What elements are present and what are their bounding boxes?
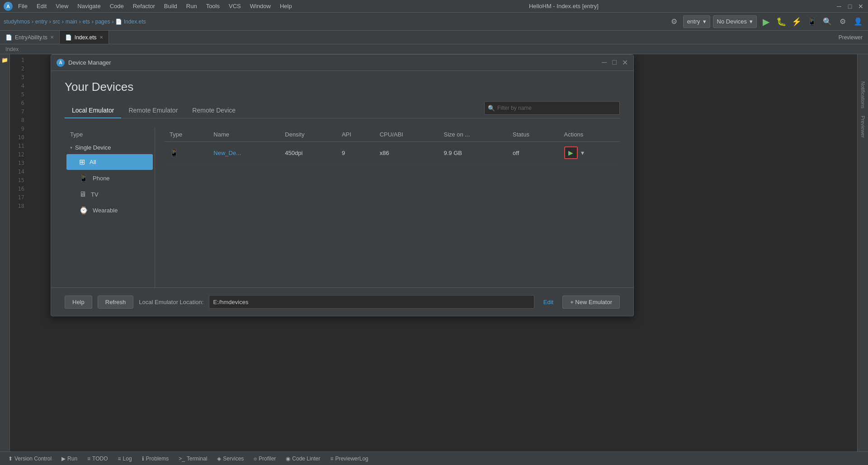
settings-icon[interactable]: ⚙ xyxy=(668,15,680,28)
tab-indexets[interactable]: 📄 Index.ets ✕ xyxy=(60,31,109,44)
type-phone-label: Phone xyxy=(93,175,110,182)
dialog-minimize-button[interactable]: ─ xyxy=(602,58,607,67)
version-control-icon: ⬆ xyxy=(8,456,13,462)
bottom-todo[interactable]: ≡ TODO xyxy=(83,454,112,464)
log-label: Log xyxy=(123,456,132,462)
project-icon[interactable]: 📁 xyxy=(1,56,9,64)
editor-area: 12345 678910 1112131415 161718 A Device … xyxy=(10,54,857,451)
location-path-input[interactable] xyxy=(209,295,534,309)
dialog-expand-button[interactable]: □ xyxy=(612,58,617,67)
previewer-panel-label[interactable]: Previewer xyxy=(860,116,866,138)
col-name: Name xyxy=(208,127,279,142)
menu-refactor[interactable]: Refactor xyxy=(129,2,159,10)
terminal-label: Terminal xyxy=(187,456,207,462)
dialog-close-button[interactable]: ✕ xyxy=(622,58,628,67)
menu-view[interactable]: View xyxy=(52,2,72,10)
breadcrumb-main[interactable]: main xyxy=(66,19,77,25)
refresh-button[interactable]: Refresh xyxy=(98,296,134,309)
type-wearable[interactable]: ⌚ Wearable xyxy=(66,202,153,218)
tab-entryability-label: EntryAbility.ts xyxy=(15,34,47,41)
menu-help[interactable]: Help xyxy=(276,2,296,10)
bottom-run[interactable]: ▶ Run xyxy=(57,454,82,464)
type-phone[interactable]: 📱 Phone xyxy=(66,170,153,186)
todo-label: TODO xyxy=(92,456,108,462)
menu-vcs[interactable]: VCS xyxy=(225,2,245,10)
previewer-tab[interactable]: Previewer xyxy=(833,31,868,44)
help-button[interactable]: Help xyxy=(65,296,92,309)
bottom-previewer-log[interactable]: ≡ PreviewerLog xyxy=(326,454,373,464)
tv-icon: 🖥 xyxy=(79,190,86,198)
bottom-profiler[interactable]: ⌾ Profiler xyxy=(249,454,280,464)
device-manager-icon[interactable]: 📱 xyxy=(806,15,818,28)
device-actions-dropdown[interactable]: ▾ xyxy=(579,147,586,158)
edit-button[interactable]: Edit xyxy=(540,297,557,307)
tab-entryability[interactable]: 📄 EntryAbility.ts ✕ xyxy=(0,31,60,44)
entry-dropdown-arrow: ▾ xyxy=(703,18,706,25)
tab-indexets-close[interactable]: ✕ xyxy=(99,35,103,40)
breadcrumb-entry[interactable]: entry xyxy=(35,19,47,25)
row-api: 9 xyxy=(336,142,374,164)
dialog-heading: Your Devices xyxy=(65,80,620,94)
debug-button[interactable]: 🐛 xyxy=(775,15,788,28)
search-icon[interactable]: 🔍 xyxy=(821,15,834,28)
phone-icon: 📱 xyxy=(79,174,88,183)
bottom-terminal[interactable]: >_ Terminal xyxy=(174,454,212,464)
settings2-icon[interactable]: ⚙ xyxy=(836,15,849,28)
col-status: Status xyxy=(507,127,558,142)
entry-dropdown[interactable]: entry ▾ xyxy=(683,15,710,28)
menu-navigate[interactable]: Navigate xyxy=(74,2,104,10)
breadcrumb-ets[interactable]: ets xyxy=(83,19,90,25)
filter-input[interactable] xyxy=(484,101,620,115)
tab-remote-emulator[interactable]: Remote Emulator xyxy=(121,103,185,118)
type-panel: Type ▾ Single Device ⊞ All 📱 xyxy=(65,127,155,287)
menu-tools[interactable]: Tools xyxy=(203,2,223,10)
menu-build[interactable]: Build xyxy=(160,2,181,10)
tab-local-emulator[interactable]: Local Emulator xyxy=(65,103,121,118)
menu-bar: A File Edit View Navigate Code Refactor … xyxy=(0,0,868,13)
tab-remote-device[interactable]: Remote Device xyxy=(185,103,243,118)
bottom-code-linter[interactable]: ◉ Code Linter xyxy=(281,454,325,464)
previewer-label: Previewer xyxy=(839,34,863,41)
menu-edit[interactable]: Edit xyxy=(33,2,50,10)
breadcrumb-src[interactable]: src xyxy=(53,19,60,25)
row-name: New_De... xyxy=(208,142,279,164)
bottom-version-control[interactable]: ⬆ Version Control xyxy=(4,454,56,464)
tab-entryability-close[interactable]: ✕ xyxy=(50,35,54,40)
menu-file[interactable]: File xyxy=(14,2,31,10)
col-actions: Actions xyxy=(559,127,620,142)
bottom-services[interactable]: ◈ Services xyxy=(212,454,248,464)
notifications-panel-label[interactable]: Notifications xyxy=(860,81,866,108)
menu-window[interactable]: Window xyxy=(246,2,274,10)
device-play-button[interactable]: ▶ xyxy=(564,146,578,159)
breadcrumb-pages[interactable]: pages xyxy=(95,19,110,25)
type-all[interactable]: ⊞ All xyxy=(66,154,153,170)
breadcrumb-studyhmos[interactable]: studyhmos xyxy=(4,19,30,25)
dialog-controls: ─ □ ✕ xyxy=(602,58,628,67)
tabs-filter-row: Local Emulator Remote Emulator Remote De… xyxy=(65,103,620,127)
minimize-button[interactable]: ─ xyxy=(835,3,843,10)
menu-run[interactable]: Run xyxy=(183,2,201,10)
type-header: Type xyxy=(65,127,155,141)
single-device-group[interactable]: ▾ Single Device xyxy=(65,141,155,154)
problems-label: Problems xyxy=(146,456,169,462)
new-emulator-button[interactable]: + New Emulator xyxy=(562,296,620,309)
breadcrumb-indexets[interactable]: 📄 Index.ets xyxy=(115,19,146,25)
col-cpu: CPU/ABI xyxy=(374,127,439,142)
account-icon[interactable]: 👤 xyxy=(852,15,864,28)
wearable-icon: ⌚ xyxy=(79,206,88,215)
run-button[interactable]: ▶ xyxy=(760,15,772,28)
filter-search-icon: 🔍 xyxy=(488,105,495,112)
type-tv[interactable]: 🖥 TV xyxy=(66,187,153,202)
maximize-button[interactable]: □ xyxy=(846,3,854,10)
bottom-log[interactable]: ≡ Log xyxy=(113,454,137,464)
close-button[interactable]: ✕ xyxy=(857,3,864,10)
row-size: 9.9 GB xyxy=(438,142,507,164)
profile-button[interactable]: ⚡ xyxy=(790,15,803,28)
no-devices-dropdown[interactable]: No Devices ▾ xyxy=(713,15,757,28)
menu-code[interactable]: Code xyxy=(106,2,127,10)
tab-indexets-label: Index.ets xyxy=(75,34,97,41)
device-name-link[interactable]: New_De... xyxy=(213,150,241,156)
bottom-problems[interactable]: ℹ Problems xyxy=(137,454,174,464)
row-density: 450dpi xyxy=(279,142,336,164)
device-panel: Type Name Density API CPU/ABI Size on ..… xyxy=(155,127,620,287)
